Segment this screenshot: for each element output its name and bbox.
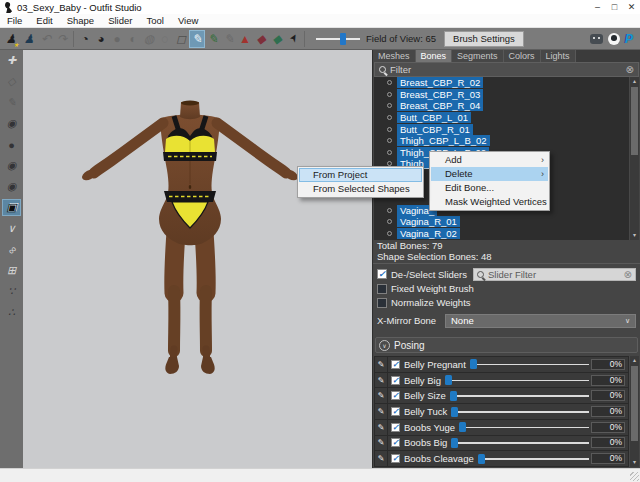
grid-toggle-icon[interactable]: ⊞ [2, 262, 21, 279]
scroll-down-icon[interactable]: ▾ [630, 458, 639, 467]
fov-slider-handle[interactable] [340, 33, 346, 45]
collision-triangle-icon[interactable]: ▲ [237, 30, 253, 48]
slider-checkbox[interactable]: ✓ [391, 423, 400, 432]
slider-track[interactable] [459, 422, 591, 433]
paypal-icon[interactable]: P [625, 32, 633, 46]
tab-colors[interactable]: Colors [504, 50, 541, 62]
github-icon[interactable] [608, 33, 620, 45]
context-menu-item-add[interactable]: Add› [431, 153, 548, 167]
slider-track[interactable] [451, 406, 591, 417]
segment-tool-icon-2[interactable]: ∴ [2, 304, 21, 321]
xmirror-bone-select[interactable]: None ∨ [445, 314, 636, 328]
discord-icon[interactable] [590, 34, 603, 44]
move-brush-icon[interactable]: ◍ [141, 30, 157, 48]
character-model[interactable] [23, 50, 372, 468]
close-button[interactable]: ✕ [623, 0, 640, 14]
tab-lights[interactable]: Lights [541, 50, 576, 62]
bone-row[interactable]: Breast_CBP_R_03 [374, 89, 639, 101]
tab-segments[interactable]: Segments [452, 50, 504, 62]
slider-value[interactable]: 0% [591, 406, 625, 417]
slider-handle[interactable] [450, 391, 457, 401]
scroll-up-icon[interactable]: ▴ [630, 77, 639, 86]
bone-list-scrollbar[interactable]: ▴ ▾ [629, 77, 639, 240]
slider-value[interactable]: 0% [591, 437, 625, 448]
menu-view[interactable]: View [171, 15, 205, 26]
edit-slider-pencil-icon[interactable]: ✎ [375, 451, 388, 466]
slider-filter-input[interactable]: Slider Filter ⊗ [473, 268, 636, 281]
collision-diamond-green-icon[interactable]: ◆ [269, 30, 285, 48]
deselect-sliders-checkbox[interactable]: ✓ [377, 269, 387, 279]
redo-icon[interactable]: ↷ [54, 30, 70, 48]
slider-value[interactable]: 0% [591, 375, 625, 386]
vertex-tool-icon[interactable]: ∨ [2, 220, 21, 237]
minimize-button[interactable]: – [589, 0, 606, 14]
segment-tool-icon-1[interactable]: ∵ [2, 283, 21, 300]
posing-header[interactable]: ∨ Posing [375, 337, 638, 353]
bone-filter-input[interactable]: Filter ⊗ [374, 62, 639, 77]
slider-checkbox[interactable]: ✓ [391, 438, 400, 447]
slider-handle[interactable] [451, 407, 458, 417]
bone-tool-icon[interactable]: ∞ [2, 241, 21, 258]
menu-tool[interactable]: Tool [139, 15, 170, 26]
pick-tool-icon[interactable]: ➤ [285, 30, 301, 48]
transform-tool-icon[interactable]: ✚ [2, 52, 21, 69]
edit-slider-pencil-icon[interactable]: ✎ [375, 373, 388, 388]
load-reference-icon[interactable]: ♟ [20, 30, 38, 48]
slider-checkbox[interactable]: ✓ [391, 454, 400, 463]
slider-checkbox[interactable]: ✓ [391, 407, 400, 416]
context-menu-item-edit-bone[interactable]: Edit Bone... [431, 181, 548, 195]
slider-track[interactable] [478, 453, 591, 464]
scroll-down-icon[interactable]: ▾ [630, 231, 639, 240]
color-brush-icon[interactable]: ✎ [205, 30, 221, 48]
slider-list-scrollbar[interactable]: ▴ ▾ [629, 356, 639, 467]
collision-diamond-red-icon[interactable]: ◆ [253, 30, 269, 48]
viewport-3d[interactable] [23, 50, 372, 468]
scroll-up-icon[interactable]: ▴ [630, 356, 639, 365]
view-sphere-icon-2[interactable]: ● [2, 136, 21, 153]
slider-track[interactable] [445, 375, 591, 386]
view-front-icon[interactable]: ◔ [77, 30, 93, 48]
bone-row[interactable]: Vagina_R_02 [374, 228, 639, 240]
alpha-brush-icon[interactable]: ✎ [221, 30, 237, 48]
slider-checkbox[interactable]: ✓ [391, 376, 400, 385]
deflate-brush-icon[interactable]: ◐ [125, 30, 141, 48]
slider-checkbox[interactable]: ✓ [391, 391, 400, 400]
menu-shape[interactable]: Shape [60, 15, 101, 26]
context-menu-item-mask-weighted-vertices[interactable]: Mask Weighted Vertices [431, 195, 548, 209]
bone-row[interactable]: Butt_CBP_R_01 [374, 123, 639, 135]
view-sphere-icon-3[interactable]: ◉ [2, 157, 21, 174]
slider-track[interactable] [470, 359, 591, 370]
maximize-button[interactable]: □ [606, 0, 623, 14]
tab-meshes[interactable]: Meshes [373, 50, 416, 62]
scrollbar-thumb[interactable] [631, 366, 638, 441]
pencil-tool-icon[interactable]: ✎ [2, 94, 21, 111]
context-menu-item-delete[interactable]: Delete› [431, 167, 548, 181]
edit-slider-pencil-icon[interactable]: ✎ [375, 436, 388, 451]
fov-slider[interactable] [316, 33, 360, 45]
collapse-chevron-icon[interactable]: ∨ [379, 340, 390, 351]
slider-track[interactable] [450, 390, 591, 401]
edit-slider-pencil-icon[interactable]: ✎ [375, 388, 388, 403]
tab-bones[interactable]: Bones [416, 50, 453, 62]
perspective-cube-icon[interactable]: ▣ [2, 199, 21, 216]
fixed-weight-brush-checkbox[interactable] [377, 284, 387, 294]
bone-row[interactable]: Vagina_R_01 [374, 216, 639, 228]
edit-slider-pencil-icon[interactable]: ✎ [375, 404, 388, 419]
mask-brush-icon[interactable]: ◕ [93, 30, 109, 48]
normalize-weights-checkbox[interactable] [377, 298, 387, 308]
menu-slider[interactable]: Slider [101, 15, 139, 26]
scrollbar-thumb[interactable] [631, 87, 638, 155]
slider-value[interactable]: 0% [591, 359, 625, 370]
menu-file[interactable]: File [0, 15, 29, 26]
undo-icon[interactable]: ↶ [38, 30, 54, 48]
inflate-brush-icon[interactable]: ● [109, 30, 125, 48]
bone-row[interactable]: Breast_CBP_R_02 [374, 77, 639, 89]
weight-brush-icon[interactable]: ✎ [189, 30, 205, 48]
load-project-icon[interactable]: ♟★ [2, 30, 20, 48]
bone-row[interactable]: Butt_CBP_L_01 [374, 112, 639, 124]
view-sphere-icon-1[interactable]: ◉ [2, 115, 21, 132]
slider-handle[interactable] [470, 359, 477, 369]
brush-settings-button[interactable]: Brush Settings [444, 31, 524, 47]
bone-row[interactable]: Breast_CBP_R_04 [374, 100, 639, 112]
bone-row[interactable]: Thigh_CBP_L_B_02 [374, 135, 639, 147]
